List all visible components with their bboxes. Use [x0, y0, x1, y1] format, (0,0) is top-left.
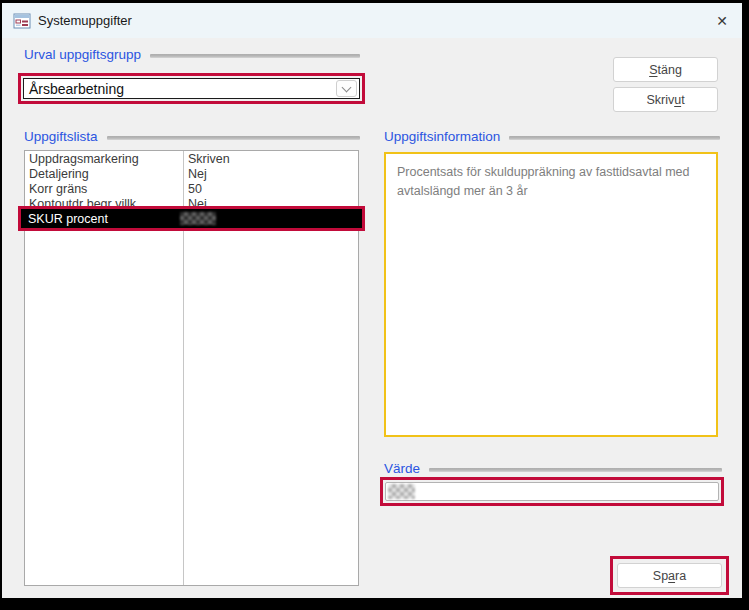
section-task-list: Uppgiftslista [24, 129, 360, 144]
value-label: Värde [384, 461, 420, 476]
title-bar: Systemuppgifter ✕ [2, 3, 742, 38]
task-value: Nej [183, 167, 207, 181]
section-rule [509, 136, 720, 140]
value-input-highlight [380, 477, 724, 506]
close-button[interactable]: Stäng [613, 57, 718, 82]
task-list-label: Uppgiftslista [24, 129, 98, 144]
save-button[interactable]: Spara [617, 563, 722, 588]
task-info-box: Procentsats för skulduppräkning av fastt… [384, 152, 718, 437]
save-button-highlight: Spara [610, 556, 729, 595]
systemuppgifter-dialog: Systemuppgifter ✕ Urval uppgiftsgrupp År… [2, 3, 742, 598]
label-part: täng [658, 63, 682, 77]
chevron-down-icon [342, 82, 352, 92]
close-icon[interactable]: ✕ [707, 6, 737, 36]
task-info-text: Procentsats för skulduppräkning av fastt… [397, 165, 690, 198]
section-group-select: Urval uppgiftsgrupp [24, 47, 360, 62]
task-value: 50 [183, 182, 202, 196]
screenshot-stage: Systemuppgifter ✕ Urval uppgiftsgrupp År… [0, 0, 749, 610]
task-name: Korr gräns [25, 182, 183, 196]
task-name: Uppdragsmarkering [25, 152, 183, 166]
section-rule [429, 468, 722, 472]
label-accesskey: a [668, 569, 675, 583]
list-item-selected[interactable]: SKUR procent [21, 209, 362, 228]
label-accesskey: u [674, 93, 681, 107]
task-value: Skriven [183, 152, 230, 166]
list-item[interactable]: Uppdragsmarkering Skriven [25, 151, 358, 166]
label-part: Sp [653, 569, 668, 583]
section-value: Värde [384, 461, 722, 476]
group-combobox-highlight: Årsbearbetning [18, 73, 365, 104]
selected-row-highlight: SKUR procent [18, 206, 365, 231]
value-input[interactable] [385, 482, 719, 501]
list-item[interactable]: Korr gräns 50 [25, 181, 358, 196]
label-part: ra [675, 569, 686, 583]
print-button[interactable]: Skriv ut [613, 87, 718, 112]
group-combobox-value: Årsbearbetning [29, 81, 124, 97]
list-item[interactable]: Detaljering Nej [25, 166, 358, 181]
section-task-info: Uppgiftsinformation [384, 129, 720, 144]
form-icon [13, 12, 31, 30]
window-title: Systemuppgifter [38, 13, 132, 28]
label-part: Skriv [646, 93, 674, 107]
task-name: Detaljering [25, 167, 183, 181]
group-select-label: Urval uppgiftsgrupp [24, 47, 141, 62]
label-accesskey: S [649, 63, 657, 77]
redacted-value [388, 484, 415, 499]
combobox-dropdown-button[interactable] [336, 80, 357, 97]
task-name: SKUR procent [21, 212, 175, 226]
label-part: t [681, 93, 684, 107]
task-info-label: Uppgiftsinformation [384, 129, 500, 144]
redacted-value [180, 212, 216, 225]
group-combobox[interactable]: Årsbearbetning [23, 78, 360, 99]
section-rule [107, 136, 360, 140]
section-rule [150, 54, 360, 58]
